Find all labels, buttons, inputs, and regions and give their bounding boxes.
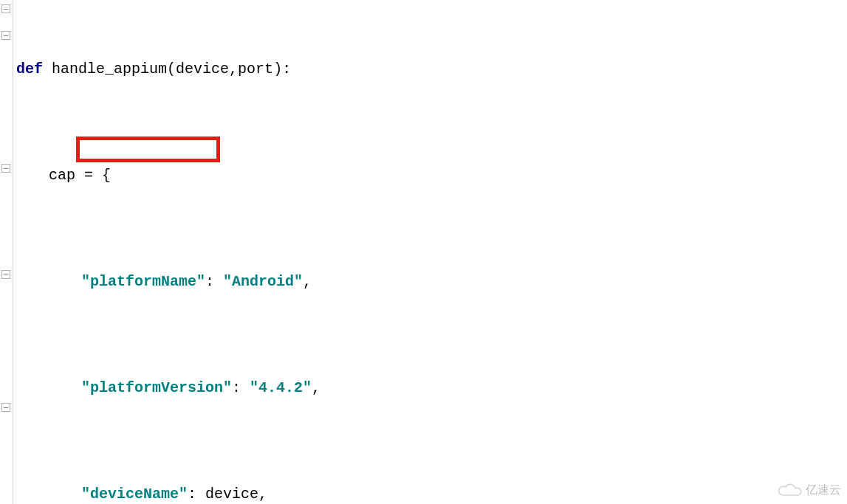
watermark-text: 亿速云 [806,483,841,498]
editor-gutter [0,0,13,504]
code-line[interactable]: "deviceName": device, [16,481,847,504]
watermark: 亿速云 [778,483,841,498]
code-line[interactable]: "platformName": "Android", [16,269,847,295]
code-line[interactable]: "platformVersion": "4.4.2", [16,375,847,401]
fold-marker[interactable] [1,164,10,173]
fold-marker[interactable] [1,403,10,412]
fold-marker[interactable] [1,31,10,40]
keyword-def: def [16,61,43,77]
code-editor[interactable]: def handle_appium(device,port): cap = { … [16,3,847,504]
fold-marker[interactable] [1,270,10,279]
code-line[interactable]: def handle_appium(device,port): [16,56,847,83]
fold-marker[interactable] [1,4,10,13]
cloud-icon [778,483,803,498]
function-name: handle_appium [52,61,167,77]
code-line[interactable]: cap = { [16,162,847,189]
